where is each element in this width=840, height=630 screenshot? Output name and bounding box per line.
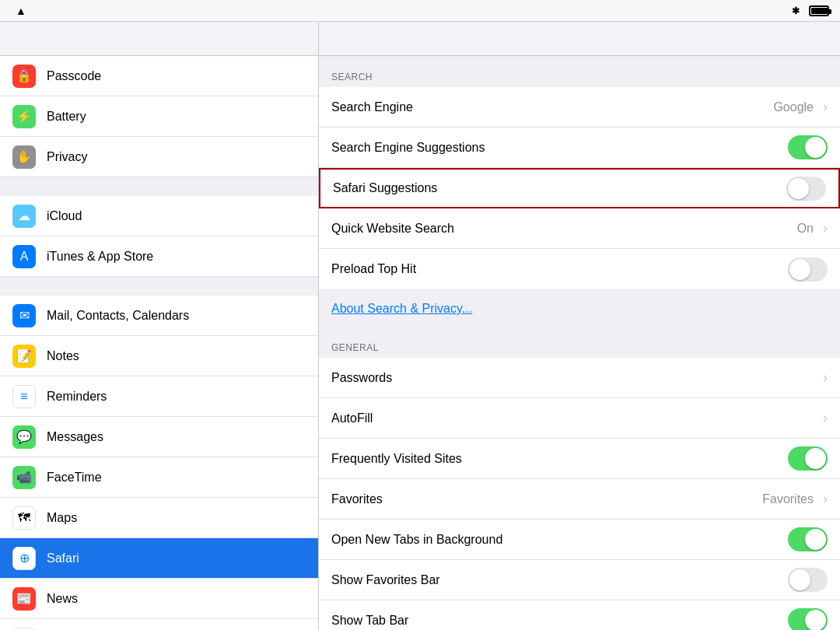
setting-row-search-engine[interactable]: Search EngineGoogle› [319,87,840,128]
sidebar: 🔒Passcode⚡Battery✋Privacy☁iCloudAiTunes … [0,56,319,630]
main-content: 🔒Passcode⚡Battery✋Privacy☁iCloudAiTunes … [0,56,840,630]
setting-row-open-new-tabs[interactable]: Open New Tabs in Background [319,520,840,560]
safari-label: Safari [47,551,79,565]
mail-icon: ✉ [12,304,36,327]
itunes-icon: A [12,245,36,268]
maps-icon: 🗺 [12,506,36,530]
facetime-label: FaceTime [47,471,102,485]
sidebar-item-reminders[interactable]: ≡Reminders [0,376,318,417]
sidebar-item-itunes[interactable]: AiTunes & App Store [0,236,318,277]
facetime-icon: 📹 [12,466,36,489]
passwords-chevron-icon: › [823,369,828,386]
search-engine-suggestions-toggle[interactable] [788,135,828,159]
music-icon: ♪ [12,628,36,631]
sidebar-item-facetime[interactable]: 📹FaceTime [0,457,318,498]
sidebar-item-privacy[interactable]: ✋Privacy [0,137,318,177]
news-label: News [47,592,78,606]
show-tab-bar-toggle-knob [805,610,826,630]
favorites-value: Favorites [762,492,814,506]
quick-website-search-value: On [797,222,814,236]
show-tab-bar-toggle[interactable] [788,608,828,630]
sidebar-item-music[interactable]: ♪Music [0,619,318,630]
battery-icon [809,5,829,16]
notes-label: Notes [47,349,79,363]
sidebar-separator-3 [0,177,318,196]
sidebar-item-notes[interactable]: 📝Notes [0,336,318,376]
search-engine-suggestions-toggle-knob [805,137,826,158]
sidebar-item-messages[interactable]: 💬Messages [0,417,318,457]
quick-website-search-label: Quick Website Search [331,222,791,236]
maps-label: Maps [47,511,77,525]
sidebar-item-mail[interactable]: ✉Mail, Contacts, Calendars [0,296,318,336]
setting-row-show-favorites-bar[interactable]: Show Favorites Bar [319,560,840,600]
status-bar: ▲ ✱ [0,0,840,22]
search-engine-suggestions-label: Search Engine Suggestions [331,141,782,155]
mail-label: Mail, Contacts, Calendars [47,309,189,323]
battery-label: Battery [47,110,86,124]
privacy-label: Privacy [47,150,87,164]
open-new-tabs-toggle[interactable] [788,527,828,551]
show-tab-bar-label: Show Tab Bar [331,614,782,628]
open-new-tabs-toggle-knob [805,529,826,550]
sidebar-item-news[interactable]: 📰News [0,579,318,619]
frequently-visited-sites-toggle[interactable] [788,446,828,471]
reminders-label: Reminders [47,390,107,404]
right-panel: SEARCHSearch EngineGoogle›Search Engine … [319,56,840,630]
sidebar-item-battery[interactable]: ⚡Battery [0,96,318,137]
passcode-label: Passcode [47,69,101,83]
news-icon: 📰 [12,587,36,611]
setting-row-passwords[interactable]: Passwords› [319,358,840,398]
setting-row-safari-suggestions[interactable]: Safari Suggestions [319,168,840,208]
safari-icon: ⊕ [12,547,36,570]
notes-icon: 📝 [12,345,36,368]
itunes-label: iTunes & App Store [47,250,153,264]
bluetooth-icon: ✱ [792,5,800,16]
preload-top-hit-toggle[interactable] [788,257,828,282]
sidebar-item-maps[interactable]: 🗺Maps [0,498,318,538]
sidebar-separator-6 [0,277,318,296]
passcode-icon: 🔒 [12,65,36,88]
sidebar-item-safari[interactable]: ⊕Safari [0,538,318,579]
setting-row-frequently-visited-sites[interactable]: Frequently Visited Sites [319,439,840,479]
search-engine-chevron-icon: › [823,99,828,115]
frequently-visited-sites-label: Frequently Visited Sites [331,452,782,466]
setting-row-show-tab-bar[interactable]: Show Tab Bar [319,600,840,630]
setting-row-quick-website-search[interactable]: Quick Website SearchOn› [319,208,840,249]
safari-suggestions-toggle-knob [788,178,809,199]
reminders-icon: ≡ [12,385,36,408]
sidebar-item-passcode[interactable]: 🔒Passcode [0,56,318,96]
safari-header [319,22,840,56]
wifi-icon: ▲ [16,5,26,17]
favorites-label: Favorites [331,492,756,506]
section-link-search[interactable]: About Search & Privacy... [319,291,840,327]
setting-row-autofill[interactable]: AutoFill› [319,398,840,439]
header-row [0,22,840,56]
show-favorites-bar-label: Show Favorites Bar [331,573,782,587]
settings-header [0,22,319,56]
messages-label: Messages [47,430,103,444]
frequently-visited-sites-toggle-knob [805,448,826,469]
preload-top-hit-label: Preload Top Hit [331,262,782,276]
passwords-label: Passwords [331,371,814,385]
sidebar-item-icloud[interactable]: ☁iCloud [0,196,318,236]
status-bar-right: ✱ [792,5,829,16]
search-engine-label: Search Engine [331,100,767,114]
safari-suggestions-toggle[interactable] [786,177,826,201]
setting-row-favorites[interactable]: FavoritesFavorites› [319,479,840,520]
favorites-chevron-icon: › [823,491,828,507]
quick-website-search-chevron-icon: › [823,220,828,236]
section-group-general: Passwords›AutoFill›Frequently Visited Si… [319,358,840,630]
open-new-tabs-label: Open New Tabs in Background [331,533,782,547]
show-favorites-bar-toggle[interactable] [788,568,828,592]
safari-suggestions-label: Safari Suggestions [333,181,780,195]
setting-row-search-engine-suggestions[interactable]: Search Engine Suggestions [319,128,840,168]
preload-top-hit-toggle-knob [789,259,810,280]
messages-icon: 💬 [12,425,36,449]
autofill-label: AutoFill [331,411,814,425]
section-header-general: GENERAL [319,327,840,358]
section-group-search: Search EngineGoogle›Search Engine Sugges… [319,87,840,289]
status-bar-left: ▲ [11,5,26,17]
setting-row-preload-top-hit[interactable]: Preload Top Hit [319,249,840,289]
autofill-chevron-icon: › [823,410,828,426]
privacy-icon: ✋ [12,145,36,169]
